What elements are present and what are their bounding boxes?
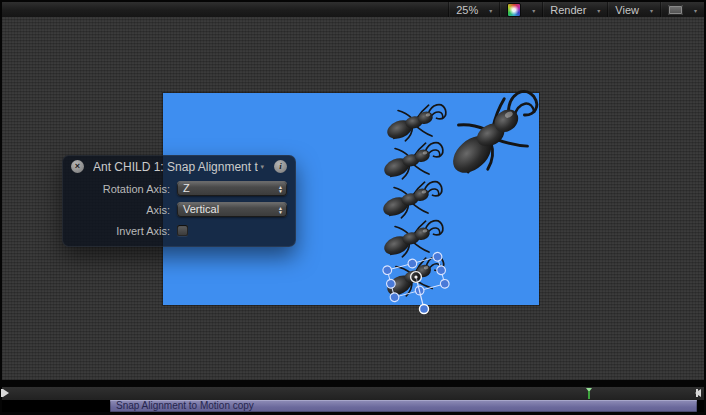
timeline-track-lead bbox=[7, 400, 111, 412]
invert-axis-row: Invert Axis: bbox=[62, 220, 296, 241]
close-icon[interactable]: × bbox=[71, 160, 84, 173]
channels-control[interactable]: ▾ bbox=[499, 2, 542, 17]
axis-row: Axis: Vertical ▲▼ bbox=[62, 199, 296, 220]
timeline-track: Snap Alignment to Motion copy bbox=[2, 400, 704, 412]
chevron-down-icon[interactable]: ▾ bbox=[260, 163, 264, 171]
canvas-toolbar: 25% ▾ ▾ Render ▾ View ▾ ▾ bbox=[2, 2, 704, 18]
render-menu[interactable]: Render ▾ bbox=[542, 2, 607, 17]
motion-window: 25% ▾ ▾ Render ▾ View ▾ ▾ bbox=[0, 0, 706, 415]
rotation-axis-row: Rotation Axis: Z ▲▼ bbox=[62, 178, 296, 199]
chevron-down-icon: ▾ bbox=[489, 7, 492, 14]
view-menu[interactable]: View ▾ bbox=[607, 2, 660, 17]
info-icon[interactable]: i bbox=[274, 160, 287, 173]
behavior-bar-label: Snap Alignment to Motion copy bbox=[116, 400, 254, 411]
render-menu-label: Render bbox=[550, 4, 586, 16]
chevron-down-icon: ▾ bbox=[532, 7, 535, 14]
rotation-axis-value: Z bbox=[183, 181, 278, 196]
zoom-level-control[interactable]: 25% ▾ bbox=[448, 2, 499, 17]
timeline-scrubbar[interactable] bbox=[2, 386, 704, 401]
invert-axis-checkbox[interactable] bbox=[177, 225, 188, 236]
axis-value: Vertical bbox=[183, 202, 278, 217]
chevron-down-icon: ▾ bbox=[597, 7, 600, 14]
chevron-down-icon: ▾ bbox=[694, 7, 697, 14]
hud-header: × Ant CHILD 1: Snap Alignment to… ▾ i bbox=[62, 155, 296, 178]
behavior-bar[interactable]: Snap Alignment to Motion copy bbox=[110, 400, 697, 412]
rotation-axis-label: Rotation Axis: bbox=[62, 183, 177, 195]
chevron-down-icon: ▾ bbox=[650, 7, 653, 14]
window-layout-icon bbox=[668, 5, 683, 15]
stepper-icon: ▲▼ bbox=[278, 206, 283, 214]
hud-panel: × Ant CHILD 1: Snap Alignment to… ▾ i Ro… bbox=[62, 155, 296, 247]
axis-label: Axis: bbox=[62, 204, 177, 216]
out-point-marker-icon[interactable] bbox=[695, 389, 701, 397]
in-point-marker-icon[interactable] bbox=[3, 389, 9, 397]
layout-control[interactable]: ▾ bbox=[660, 2, 704, 17]
axis-popup[interactable]: Vertical ▲▼ bbox=[177, 202, 287, 217]
rotation-axis-popup[interactable]: Z ▲▼ bbox=[177, 181, 287, 196]
stepper-icon: ▲▼ bbox=[278, 185, 283, 193]
zoom-level-value: 25% bbox=[456, 4, 478, 16]
view-menu-label: View bbox=[615, 4, 639, 16]
color-channels-icon bbox=[507, 3, 521, 17]
invert-axis-label: Invert Axis: bbox=[62, 225, 177, 237]
hud-title[interactable]: Ant CHILD 1: Snap Alignment to… bbox=[93, 160, 258, 174]
